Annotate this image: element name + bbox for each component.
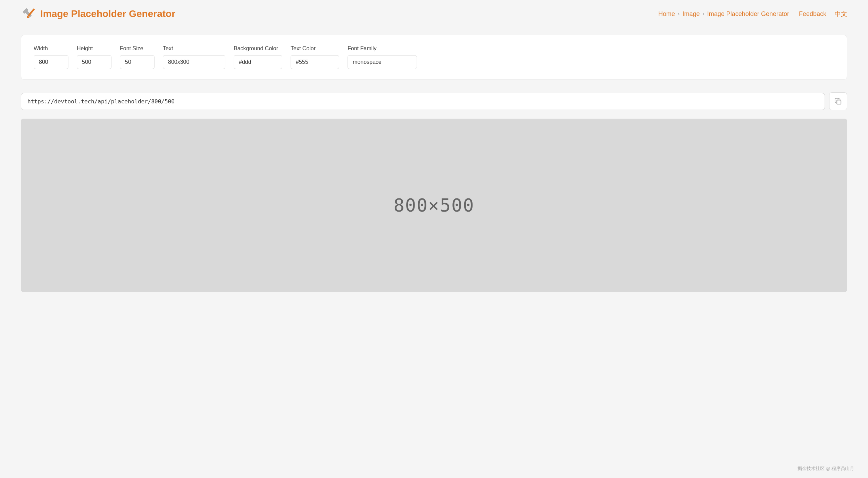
svg-rect-4: [837, 100, 841, 104]
controls-card: Width Height Font Size Text Background C…: [21, 35, 847, 80]
main-content: Width Height Font Size Text Background C…: [0, 28, 868, 299]
placeholder-preview: 800×500: [21, 119, 847, 292]
font-size-input[interactable]: [120, 55, 155, 69]
logo-area: Image Placeholder Generator: [21, 6, 175, 22]
bg-color-input[interactable]: [234, 55, 282, 69]
control-height: Height: [77, 45, 111, 69]
nav-current: Image Placeholder Generator: [707, 10, 789, 18]
url-input[interactable]: [21, 93, 825, 110]
footer-note: 掘金技术社区 @ 程序员山月: [798, 466, 854, 472]
logo-title: Image Placeholder Generator: [40, 8, 175, 19]
main-nav: Home › Image › Image Placeholder Generat…: [658, 10, 847, 18]
nav-feedback[interactable]: Feedback: [799, 10, 826, 18]
bg-color-label: Background Color: [234, 45, 282, 52]
nav-home[interactable]: Home: [658, 10, 675, 18]
url-row: [21, 92, 847, 110]
text-color-input[interactable]: [291, 55, 339, 69]
control-text: Text: [163, 45, 225, 69]
text-label: Text: [163, 45, 225, 52]
height-input[interactable]: [77, 55, 111, 69]
control-text-color: Text Color: [291, 45, 339, 69]
placeholder-text: 800×500: [393, 195, 474, 216]
controls-row: Width Height Font Size Text Background C…: [34, 45, 834, 69]
nav-lang[interactable]: 中文: [835, 10, 847, 18]
control-font-family: Font Family: [348, 45, 417, 69]
copy-button[interactable]: [829, 92, 847, 110]
font-family-input[interactable]: [348, 55, 417, 69]
wrench-icon: [21, 6, 36, 22]
nav-sep-2: ›: [702, 11, 704, 17]
control-width: Width: [34, 45, 68, 69]
text-input[interactable]: [163, 55, 225, 69]
width-input[interactable]: [34, 55, 68, 69]
copy-icon: [834, 97, 842, 105]
text-color-label: Text Color: [291, 45, 339, 52]
control-bg-color: Background Color: [234, 45, 282, 69]
font-size-label: Font Size: [120, 45, 155, 52]
nav-image[interactable]: Image: [682, 10, 700, 18]
nav-sep-1: ›: [678, 11, 679, 17]
control-font-size: Font Size: [120, 45, 155, 69]
font-family-label: Font Family: [348, 45, 417, 52]
height-label: Height: [77, 45, 111, 52]
width-label: Width: [34, 45, 68, 52]
header: Image Placeholder Generator Home › Image…: [0, 0, 868, 28]
